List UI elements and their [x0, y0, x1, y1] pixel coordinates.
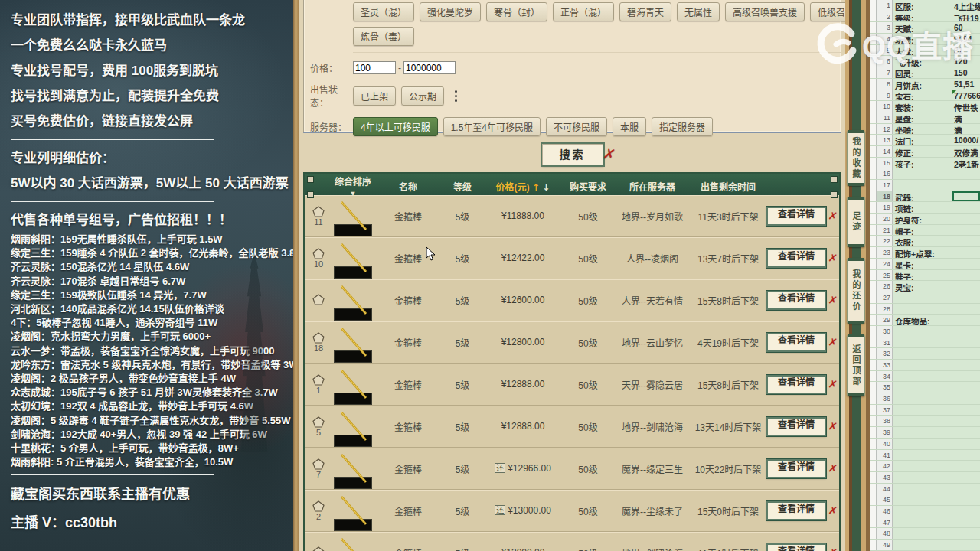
sheet-col-a-cell[interactable]	[870, 371, 877, 382]
type-filter-button[interactable]: 圣灵（混）	[353, 2, 414, 21]
sheet-row-number[interactable]: 43	[877, 472, 893, 483]
sheet-row-number[interactable]: 17	[877, 180, 893, 191]
sheet-col-a-cell[interactable]	[870, 56, 877, 67]
sheet-row-number[interactable]: 24	[877, 259, 893, 269]
sheet-value-cell[interactable]	[952, 450, 980, 461]
view-details-button[interactable]: 查看详情	[766, 291, 826, 310]
sheet-value-cell[interactable]	[952, 348, 980, 359]
sheet-label-cell[interactable]: 武器:	[893, 191, 952, 202]
sheet-label-cell[interactable]: 坐骑:	[893, 124, 952, 135]
sheet-value-cell[interactable]	[952, 382, 980, 393]
server-filter-button[interactable]: 本服	[612, 117, 646, 136]
sheet-label-cell[interactable]: 宝石:	[893, 90, 952, 101]
sheet-label-cell[interactable]: 星卡:	[893, 259, 952, 269]
sheet-value-cell[interactable]: 150	[952, 67, 980, 78]
view-details-button[interactable]: 查看详情	[766, 249, 826, 268]
sheet-label-cell[interactable]: 功绩:	[893, 34, 952, 44]
sheet-label-cell[interactable]: 鞋子:	[893, 270, 952, 281]
sheet-row-number[interactable]: 39	[877, 427, 893, 438]
status-filter-button[interactable]: 已上架	[353, 86, 396, 106]
favorite-icon[interactable]	[305, 546, 332, 551]
sheet-value-cell[interactable]	[952, 225, 980, 236]
sheet-label-cell[interactable]: 套装:	[893, 101, 952, 112]
sheet-row-number[interactable]: 25	[877, 270, 893, 281]
sheet-col-a-cell[interactable]	[870, 517, 877, 528]
sheet-col-a-cell[interactable]	[870, 135, 877, 145]
sheet-label-cell[interactable]: 法门:	[893, 135, 952, 145]
sheet-row-number[interactable]: 7	[877, 67, 893, 78]
favorite-icon[interactable]: 11	[305, 206, 332, 226]
server-filter-button[interactable]: 指定服务器	[652, 117, 713, 136]
sheet-label-cell[interactable]	[893, 427, 952, 438]
sheet-label-cell[interactable]	[893, 360, 952, 370]
sheet-value-cell[interactable]	[952, 517, 980, 528]
sheet-row-number[interactable]: 4	[877, 34, 893, 44]
header-price-sort[interactable]: 价格(元) ↑ ↓	[483, 180, 563, 193]
sheet-label-cell[interactable]	[893, 382, 952, 393]
sheet-col-a-cell[interactable]	[870, 191, 877, 202]
item-thumbnail[interactable]	[334, 266, 372, 279]
sheet-label-cell[interactable]	[893, 326, 952, 337]
sheet-col-a-cell[interactable]	[870, 214, 877, 224]
sheet-col-a-cell[interactable]	[870, 236, 877, 246]
sheet-col-a-cell[interactable]	[870, 405, 877, 416]
sheet-label-cell[interactable]: 等级:	[893, 11, 952, 22]
sheet-row-number[interactable]: 28	[877, 304, 893, 315]
server-filter-button[interactable]: 1.5年至4年可移民服	[443, 117, 541, 136]
sheet-col-a-cell[interactable]	[870, 168, 877, 179]
sheet-row-number[interactable]: 33	[877, 360, 893, 370]
sheet-label-cell[interactable]	[893, 416, 952, 426]
sheet-col-a-cell[interactable]	[870, 90, 877, 101]
sheet-label-cell[interactable]	[893, 494, 952, 505]
view-details-button[interactable]: 查看详情	[766, 543, 826, 551]
sheet-row-number[interactable]: 6	[877, 56, 893, 67]
sheet-col-a-cell[interactable]	[870, 67, 877, 78]
sheet-col-a-cell[interactable]	[870, 484, 877, 494]
item-thumbnail[interactable]	[334, 308, 372, 321]
sheet-value-cell[interactable]: 31	[952, 45, 980, 56]
item-thumbnail[interactable]	[334, 435, 372, 447]
sheet-label-cell[interactable]: 区服:	[893, 0, 952, 11]
sheet-value-cell[interactable]	[952, 371, 980, 382]
price-max-input[interactable]	[403, 61, 456, 74]
sheet-row-number[interactable]: 16	[877, 168, 893, 179]
view-details-button[interactable]: 查看详情	[766, 501, 826, 520]
sheet-label-cell[interactable]	[893, 337, 952, 348]
sheet-row-number[interactable]: 2	[877, 11, 893, 22]
sheet-value-cell[interactable]	[952, 506, 980, 517]
type-filter-button[interactable]: 碧海青天	[619, 2, 671, 21]
sheet-value-cell[interactable]	[952, 247, 980, 258]
sheet-value-cell[interactable]	[952, 337, 980, 348]
type-filter-button[interactable]: 正骨（混）	[553, 2, 614, 21]
sheet-label-cell[interactable]: 天赋:	[893, 22, 952, 33]
sheet-row-number[interactable]: 15	[877, 158, 893, 168]
sheet-label-cell[interactable]	[893, 528, 952, 539]
sheet-value-cell[interactable]	[952, 484, 980, 494]
sheet-value-cell[interactable]	[952, 439, 980, 449]
server-filter-button[interactable]: 不可移民服	[546, 117, 607, 136]
sheet-col-a-cell[interactable]	[870, 158, 877, 168]
sheet-value-cell[interactable]	[952, 393, 980, 404]
sheet-value-cell[interactable]	[952, 202, 980, 213]
type-filter-button[interactable]: 炼骨（毒）	[353, 27, 414, 46]
sheet-col-a-cell[interactable]	[870, 292, 877, 303]
sheet-value-cell[interactable]: 51,51	[952, 79, 980, 90]
side-tab-我的还价[interactable]: 我的还价	[847, 258, 865, 324]
sheet-row-number[interactable]: 19	[877, 202, 893, 213]
sheet-col-a-cell[interactable]	[870, 472, 877, 483]
sheet-col-a-cell[interactable]	[870, 494, 877, 505]
sheet-value-cell[interactable]	[952, 416, 980, 426]
sheet-label-cell[interactable]	[893, 439, 952, 449]
sheet-col-a-cell[interactable]	[870, 225, 877, 236]
sheet-label-cell[interactable]: 配饰+点翠:	[893, 247, 952, 258]
sheet-col-a-cell[interactable]	[870, 304, 877, 315]
sheet-value-cell[interactable]: 777666	[952, 90, 980, 101]
sheet-col-a-cell[interactable]	[870, 528, 877, 539]
sheet-col-a-cell[interactable]	[870, 393, 877, 404]
sheet-label-cell[interactable]	[893, 517, 952, 528]
sheet-value-cell[interactable]: 120	[952, 56, 980, 67]
sheet-col-a-cell[interactable]	[870, 461, 877, 471]
sheet-value-cell[interactable]: 满	[952, 112, 980, 123]
sheet-label-cell[interactable]	[893, 304, 952, 315]
sheet-value-cell[interactable]	[952, 191, 980, 202]
